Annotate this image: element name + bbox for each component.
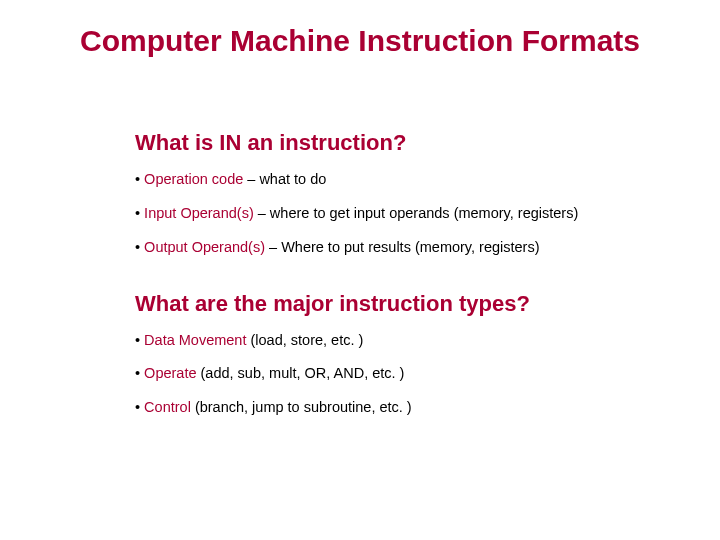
list-item: • Operation code – what to do <box>135 170 695 189</box>
list-item: • Data Movement (load, store, etc. ) <box>135 331 695 350</box>
list-item: • Input Operand(s) – where to get input … <box>135 204 695 223</box>
bullet-lead: Output Operand(s) <box>144 239 265 255</box>
bullet-icon: • <box>135 171 144 187</box>
bullet-rest: (add, sub, mult, OR, AND, etc. ) <box>197 365 405 381</box>
list-item: • Operate (add, sub, mult, OR, AND, etc.… <box>135 364 695 383</box>
bullet-icon: • <box>135 239 144 255</box>
bullet-list-1: • Operation code – what to do • Input Op… <box>135 170 695 257</box>
bullet-lead: Input Operand(s) <box>144 205 254 221</box>
slide: Computer Machine Instruction Formats Wha… <box>0 0 720 540</box>
section-heading-1: What is IN an instruction? <box>135 130 695 156</box>
bullet-list-2: • Data Movement (load, store, etc. ) • O… <box>135 331 695 418</box>
bullet-icon: • <box>135 332 144 348</box>
slide-title: Computer Machine Instruction Formats <box>0 24 720 58</box>
section-heading-2: What are the major instruction types? <box>135 291 695 317</box>
list-item: • Control (branch, jump to subroutine, e… <box>135 398 695 417</box>
bullet-rest: – Where to put results (memory, register… <box>265 239 540 255</box>
bullet-icon: • <box>135 365 144 381</box>
bullet-rest: (branch, jump to subroutine, etc. ) <box>191 399 412 415</box>
bullet-lead: Control <box>144 399 191 415</box>
bullet-rest: – what to do <box>243 171 326 187</box>
bullet-lead: Operation code <box>144 171 243 187</box>
bullet-lead: Operate <box>144 365 196 381</box>
bullet-lead: Data Movement <box>144 332 246 348</box>
bullet-icon: • <box>135 399 144 415</box>
slide-content: What is IN an instruction? • Operation c… <box>135 130 695 451</box>
list-item: • Output Operand(s) – Where to put resul… <box>135 238 695 257</box>
bullet-icon: • <box>135 205 144 221</box>
bullet-rest: – where to get input operands (memory, r… <box>254 205 579 221</box>
bullet-rest: (load, store, etc. ) <box>246 332 363 348</box>
